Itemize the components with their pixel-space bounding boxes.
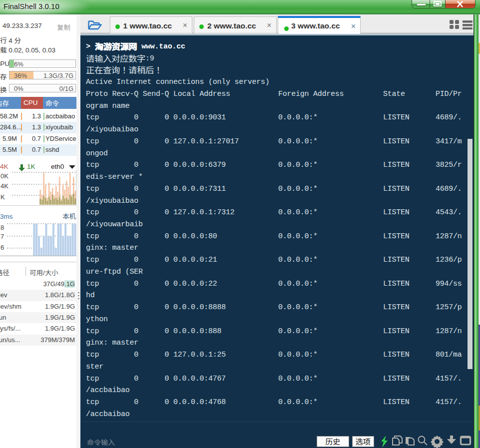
svg-text:7: 7 xyxy=(0,233,4,240)
svg-text:4K: 4K xyxy=(0,163,8,170)
svg-text:1K: 1K xyxy=(27,163,35,170)
svg-text:本机: 本机 xyxy=(62,211,76,221)
svg-text:4K: 4K xyxy=(0,182,8,190)
svg-text:eth0: eth0 xyxy=(51,163,64,170)
svg-text:6: 6 xyxy=(0,244,4,251)
svg-text:K: K xyxy=(0,193,5,201)
svg-text:3ms: 3ms xyxy=(0,213,13,220)
svg-text:8: 8 xyxy=(0,224,4,231)
svg-text:0K: 0K xyxy=(0,172,8,180)
